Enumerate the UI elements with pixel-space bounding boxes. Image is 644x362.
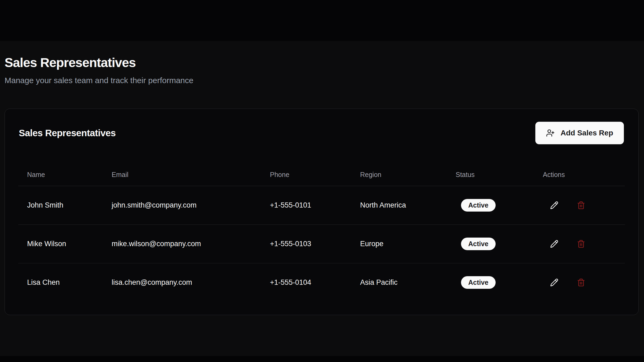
sales-reps-card: Sales Representatives Add Sales Rep Name… <box>5 109 639 315</box>
rep-name: Mike Wilson <box>18 240 103 248</box>
edit-button[interactable] <box>548 238 560 250</box>
column-header-region: Region <box>351 171 447 179</box>
rep-email: lisa.chen@company.com <box>103 278 261 287</box>
trash-icon <box>577 240 585 248</box>
rep-email: mike.wilson@company.com <box>103 240 261 248</box>
column-header-actions: Actions <box>534 171 625 179</box>
pencil-icon <box>550 278 558 287</box>
rep-region: Asia Pacific <box>351 278 447 287</box>
edit-button[interactable] <box>548 276 560 288</box>
trash-icon <box>577 278 585 287</box>
rep-status-cell: Active <box>447 199 534 212</box>
user-plus-icon <box>546 129 555 137</box>
table-row: Lisa Chen lisa.chen@company.com +1-555-0… <box>18 263 625 301</box>
main-content: Sales Representatives Manage your sales … <box>0 0 644 315</box>
add-button-label: Add Sales Rep <box>561 129 613 137</box>
delete-button[interactable] <box>575 276 587 288</box>
rep-actions-cell <box>534 276 625 288</box>
edit-button[interactable] <box>548 200 560 211</box>
card-title: Sales Representatives <box>19 128 116 138</box>
rep-region: North America <box>351 201 447 209</box>
rep-status-cell: Active <box>447 276 534 289</box>
sales-reps-table: Name Email Phone Region Status Actions J… <box>18 164 625 301</box>
rep-phone: +1-555-0103 <box>261 240 351 248</box>
status-badge: Active <box>461 276 496 289</box>
status-badge: Active <box>461 199 496 212</box>
rep-name: Lisa Chen <box>18 278 103 287</box>
delete-button[interactable] <box>575 238 587 250</box>
rep-actions-cell <box>534 200 625 211</box>
bottom-chrome-band <box>0 356 644 362</box>
rep-status-cell: Active <box>447 238 534 250</box>
page-title: Sales Representatives <box>5 55 639 71</box>
page-subtitle: Manage your sales team and track their p… <box>5 75 639 86</box>
table-row: Mike Wilson mike.wilson@company.com +1-5… <box>18 225 625 263</box>
delete-button[interactable] <box>575 200 587 211</box>
rep-email: john.smith@company.com <box>103 201 261 209</box>
column-header-phone: Phone <box>261 171 351 179</box>
column-header-status: Status <box>447 171 534 179</box>
rep-actions-cell <box>534 238 625 250</box>
card-header: Sales Representatives Add Sales Rep <box>5 109 638 144</box>
column-header-email: Email <box>103 171 261 179</box>
pencil-icon <box>550 201 558 209</box>
add-sales-rep-button[interactable]: Add Sales Rep <box>535 122 624 144</box>
pencil-icon <box>550 240 558 248</box>
rep-name: John Smith <box>18 201 103 209</box>
rep-phone: +1-555-0101 <box>261 201 351 209</box>
trash-icon <box>577 201 585 209</box>
rep-region: Europe <box>351 240 447 248</box>
column-header-name: Name <box>18 171 103 179</box>
table-row: John Smith john.smith@company.com +1-555… <box>18 186 625 225</box>
rep-phone: +1-555-0104 <box>261 278 351 287</box>
status-badge: Active <box>461 238 496 250</box>
table-header-row: Name Email Phone Region Status Actions <box>18 164 625 186</box>
